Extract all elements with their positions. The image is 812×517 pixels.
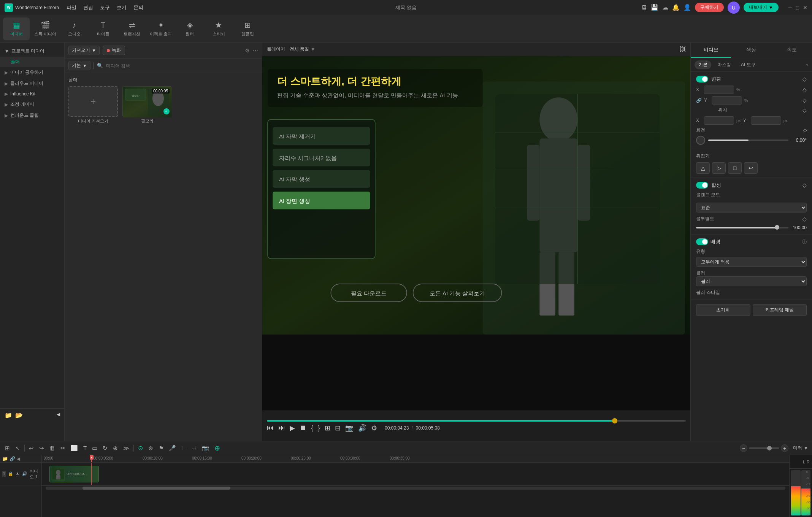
tab-speed[interactable]: 속도 [772, 43, 812, 58]
sidebar-item-influence-kit[interactable]: ▶ Influence Kit [0, 89, 64, 99]
track-lock-icon[interactable]: 🔒 [8, 471, 13, 476]
zoom-in-button[interactable]: + [781, 444, 788, 452]
tool-stock[interactable]: 🎬 스톡 미디어 [32, 17, 59, 40]
tool-effect[interactable]: ✦ 이펙트 효과 [147, 17, 174, 40]
composite-toggle[interactable] [696, 182, 708, 189]
tool-sticker[interactable]: ★ 스티커 [205, 17, 232, 40]
export-frame-button[interactable]: ⊞ [325, 424, 330, 432]
meter-toggle-icon[interactable]: ▼ [804, 446, 808, 451]
sidebar-item-adjust-layer[interactable]: ▶ 조정 레이어 [0, 99, 64, 110]
tool-media[interactable]: ▦ 미디어 [3, 17, 30, 40]
subtab-masking[interactable]: 마스킹 [714, 60, 735, 69]
mark-in-button[interactable]: { [311, 424, 313, 432]
blend-mode-select[interactable]: 표준 [696, 203, 807, 213]
save-icon[interactable]: 💾 [651, 4, 658, 11]
link-track-icon[interactable]: 🔗 [10, 456, 15, 461]
menu-edit[interactable]: 편집 [83, 4, 93, 11]
add-folder-icon[interactable]: 📁 [5, 412, 12, 419]
tool-template[interactable]: ⊞ 템플릿 [234, 17, 261, 40]
unlink-icon[interactable]: ⊕ [112, 444, 119, 452]
rotation-slider[interactable] [708, 140, 788, 141]
mark-out-button[interactable]: } [318, 424, 320, 432]
crop-icon[interactable]: ⬜ [70, 444, 79, 452]
close-button[interactable]: ✕ [803, 5, 807, 11]
collapse-sidebar-icon[interactable]: ◀ [57, 412, 60, 419]
buy-button[interactable]: 구매하기 [695, 3, 724, 12]
timeline-scrollbar[interactable] [46, 487, 785, 490]
media-item-filmora[interactable]: 필모라 00:00:05 ✓ 필모라 [122, 86, 172, 124]
undo-icon[interactable]: ↩ [28, 444, 35, 452]
add-track-icon[interactable]: 📁 [2, 456, 8, 461]
auto-snap-icon[interactable]: ⊛ [147, 444, 154, 452]
progress-thumb[interactable] [612, 418, 617, 423]
marker-icon[interactable]: ⚑ [157, 444, 165, 452]
rotation-keyframe-icon[interactable]: ◇ [803, 128, 807, 133]
menu-help[interactable]: 문의 [133, 4, 143, 11]
quality-selector[interactable]: 전체 품질 ▼ [290, 46, 315, 52]
delete-icon[interactable]: 🗑 [48, 444, 56, 452]
redo-icon[interactable]: ↪ [38, 444, 45, 452]
tool-audio[interactable]: ♪ 오디오 [61, 17, 87, 40]
sidebar-item-media-share[interactable]: ▶ 미디어 공유하기 [0, 67, 64, 78]
avatar[interactable]: U [728, 2, 740, 14]
keyframe-panel-button[interactable]: 키프레임 패널 [753, 304, 807, 316]
snapshot-button[interactable]: 📷 [345, 424, 354, 432]
skip-back-button[interactable]: ⏮ [267, 424, 274, 432]
rect-icon[interactable]: ▭ [91, 444, 98, 452]
composite-keyframe-icon[interactable]: ◇ [802, 182, 807, 188]
cut-icon[interactable]: ✂ [59, 444, 67, 452]
more-button[interactable]: ⚙ [371, 424, 377, 432]
text-icon[interactable]: T [82, 444, 88, 452]
view-mode-dropdown[interactable]: 기본 ▼ [68, 61, 90, 70]
transform-keyframe-icon[interactable]: ◇ [802, 76, 807, 82]
play-button[interactable]: ▶ [290, 424, 295, 432]
stop-button[interactable]: ⏹ [300, 424, 306, 432]
timeline-grid-icon[interactable]: ⊞ [4, 444, 11, 452]
opacity-slider[interactable] [696, 227, 788, 228]
bg-type-select[interactable]: 모두에게 적용 [696, 257, 807, 267]
track-eye-icon[interactable]: 👁 [16, 472, 20, 476]
rotation-wheel[interactable] [696, 136, 705, 145]
rotate-icon[interactable]: ↻ [102, 444, 109, 452]
filter-list-icon[interactable]: ⚙ [245, 48, 250, 54]
split-audio-icon[interactable]: ⊢ [180, 444, 187, 452]
more-options-icon[interactable]: ⋯ [253, 48, 258, 54]
tab-video[interactable]: 비디오 [691, 43, 731, 58]
flip-r2-button[interactable]: ↩ [744, 162, 758, 174]
more-tools-icon[interactable]: ≫ [122, 444, 130, 452]
export-button[interactable]: 내보내기 ▼ [744, 3, 779, 12]
split-view-button[interactable]: ⊟ [335, 424, 341, 432]
ai-tools-toggle-icon[interactable]: ○ [806, 62, 808, 68]
reset-button[interactable]: 초기화 [696, 304, 750, 316]
search-input[interactable] [106, 63, 258, 68]
import-dropdown[interactable]: 가져오기 ▼ [68, 46, 100, 55]
media-item-import[interactable]: + 미디어 가져오기 [68, 86, 118, 124]
tool-transition[interactable]: ⇌ 트랜지션 [119, 17, 145, 40]
tool-filter[interactable]: ◈ 필터 [176, 17, 203, 40]
snap-icon[interactable]: ⊙ [137, 444, 144, 452]
mic-icon[interactable]: 🎤 [168, 444, 177, 452]
camera-icon[interactable]: 📷 [201, 444, 210, 452]
bg-toggle[interactable] [696, 238, 708, 245]
zoom-slider[interactable] [749, 447, 779, 449]
cloud-icon[interactable]: ☁ [662, 4, 668, 11]
subtab-basic[interactable]: 기본 [695, 60, 711, 69]
track-audio-icon[interactable]: 🔊 [22, 471, 27, 476]
scale-x-keyframe-icon[interactable]: ◇ [802, 87, 807, 93]
pos-y-input[interactable]: 0.00 [751, 116, 781, 125]
preview-image-icon[interactable]: 🖼 [680, 46, 686, 52]
tab-color[interactable]: 색상 [731, 43, 771, 58]
tool-title[interactable]: T 타이틀 [90, 17, 116, 40]
ripple-icon[interactable]: ⊣ [190, 444, 198, 452]
subtab-ai-tools[interactable]: AI 도구 [737, 60, 760, 69]
scale-y-input[interactable]: 100.00 [712, 96, 742, 105]
transform-toggle[interactable] [696, 76, 708, 82]
sidebar-item-compound-clip[interactable]: ▶ 컴파운드 클립 [0, 110, 64, 121]
menu-file[interactable]: 파일 [67, 4, 76, 11]
notification-icon[interactable]: 🔔 [672, 4, 680, 11]
flip-r1-button[interactable]: □ [728, 162, 742, 174]
remove-folder-icon[interactable]: 📂 [15, 412, 23, 419]
zoom-out-button[interactable]: − [740, 444, 747, 452]
menu-view[interactable]: 보기 [117, 4, 127, 11]
bg-info-icon[interactable]: ⓘ [802, 239, 807, 245]
